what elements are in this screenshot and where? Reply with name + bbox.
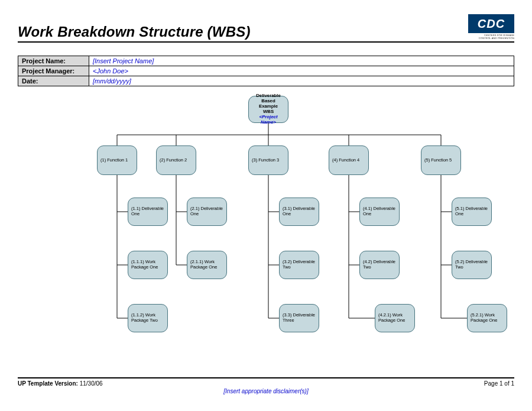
version-info: UP Template Version: 11/30/06 <box>18 380 103 387</box>
date-label: Date: <box>18 76 89 86</box>
date-value: [mm/dd/yyyy] <box>89 76 514 86</box>
meta-table: Project Name: [Insert Project Name] Proj… <box>18 56 514 86</box>
page-number: Page 1 of 1 <box>484 380 514 387</box>
node-3-1: (3.1) Deliverable One <box>279 198 319 226</box>
node-5-2: (5.2) Deliverable Two <box>452 251 492 279</box>
node-1-1-2: (1.1.2) Work Package Two <box>128 304 168 332</box>
node-function-1: (1) Function 1 <box>97 145 137 175</box>
node-3-3: (3.3) Deliverable Three <box>279 304 319 332</box>
wbs-connectors <box>18 91 514 357</box>
project-manager-value: <John Doe> <box>89 66 514 76</box>
node-2-1: (2.1) Deliverable One <box>187 198 227 226</box>
project-name-label: Project Name: <box>18 56 89 66</box>
page-title: Work Breakdown Structure (WBS) <box>18 24 251 40</box>
project-manager-label: Project Manager: <box>18 66 89 76</box>
footer: UP Template Version: 11/30/06 Page 1 of … <box>18 377 514 394</box>
node-5-1: (5.1) Deliverable One <box>452 198 492 226</box>
node-4-2: (4.2) Deliverable Two <box>359 251 400 279</box>
node-1-1-1: (1.1.1) Work Package One <box>128 251 168 279</box>
node-root: Deliverable Based Example WBS <Project N… <box>248 96 288 123</box>
node-4-1: (4.1) Deliverable One <box>359 198 400 226</box>
node-4-2-1: (4.2.1) Work Package One <box>375 304 415 332</box>
node-3-2: (3.2) Deliverable Two <box>279 251 319 279</box>
node-function-5: (5) Function 5 <box>421 145 461 175</box>
node-function-3: (3) Function 3 <box>248 145 288 175</box>
node-2-1-1: (2.1.1) Work Package One <box>187 251 227 279</box>
node-1-1: (1.1) Deliverable One <box>128 198 168 226</box>
disclaimer: [Insert appropriate disclaimer(s)] <box>18 388 514 394</box>
cdc-logo: CDC CENTERS FOR DISEASE CONTROL AND PREV… <box>468 14 514 38</box>
node-function-4: (4) Function 4 <box>329 145 369 175</box>
project-name-value: [Insert Project Name] <box>89 56 514 66</box>
cdc-logo-subtitle: CENTERS FOR DISEASE CONTROL AND PREVENTI… <box>468 34 514 40</box>
cdc-logo-text: CDC <box>468 14 514 33</box>
wbs-diagram: Deliverable Based Example WBS <Project N… <box>18 91 514 357</box>
node-5-2-1: (5.2.1) Work Package One <box>467 304 507 332</box>
node-function-2: (2) Function 2 <box>156 145 196 175</box>
